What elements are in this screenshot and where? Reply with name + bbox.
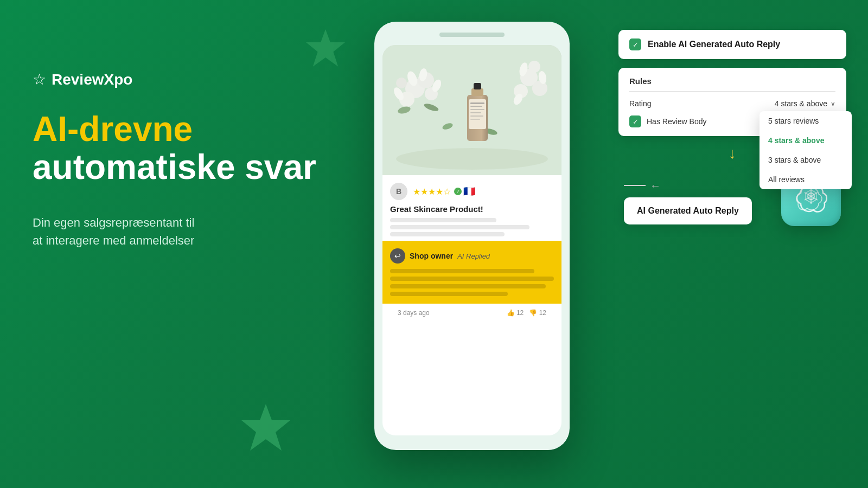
ai-reply-card: AI Generated Auto Reply xyxy=(624,197,752,224)
subtext: Din egen salgsrepræsentant til at intera… xyxy=(33,214,316,249)
svg-point-16 xyxy=(532,81,547,96)
svg-point-3 xyxy=(396,148,548,170)
reviewer-row: B ★★★★☆ ✓ 🇫🇷 xyxy=(390,183,554,200)
star-top-decorative xyxy=(304,27,347,70)
enable-label: Enable AI Generated Auto Reply xyxy=(648,40,780,49)
review-time: 3 days ago xyxy=(398,309,430,317)
rating-dropdown[interactable]: 4 stars & above ∨ xyxy=(775,99,835,108)
arrow-left-icon: ← xyxy=(650,179,661,192)
phone-notch xyxy=(439,33,505,37)
ai-reply-box: ↩ Shop owner AI Replied xyxy=(382,241,561,304)
brand: ☆ ReviewXpo xyxy=(33,70,316,88)
arrow-line xyxy=(624,185,646,186)
reply-lines xyxy=(390,269,554,296)
review-title: Great Skincare Product! xyxy=(390,204,554,214)
svg-rect-30 xyxy=(470,106,482,107)
star-bottom-decorative xyxy=(239,401,293,455)
svg-rect-32 xyxy=(470,112,481,113)
review-section: B ★★★★☆ ✓ 🇫🇷 Great Skincare Product! xyxy=(382,175,561,322)
svg-marker-1 xyxy=(241,404,290,451)
review-line-2 xyxy=(390,225,529,229)
reply-line-4 xyxy=(390,292,508,296)
check-circle-icon: ✓ xyxy=(454,188,462,195)
reviewer-avatar: B xyxy=(390,183,407,200)
chevron-down-icon: ∨ xyxy=(831,100,835,107)
left-panel: ☆ ReviewXpo AI-drevne automatiske svar D… xyxy=(33,70,316,249)
rules-title: Rules xyxy=(629,76,835,92)
svg-rect-27 xyxy=(474,83,481,89)
dislike-count: 👎 12 xyxy=(529,309,546,317)
dropdown-item-3stars[interactable]: 3 stars & above xyxy=(760,150,852,170)
has-review-body-checkbox[interactable]: ✓ xyxy=(629,115,641,127)
svg-rect-33 xyxy=(470,115,483,117)
dropdown-item-5stars[interactable]: 5 stars reviews xyxy=(760,111,852,131)
subtext-line2: at interagere med anmeldelser xyxy=(33,232,316,249)
rating-value: 4 stars & above xyxy=(775,99,827,108)
brand-icon: ☆ xyxy=(33,70,46,88)
dropdown-item-4stars[interactable]: 4 stars & above xyxy=(760,131,852,150)
ai-reply-card-label: AI Generated Auto Reply xyxy=(637,206,739,215)
reply-avatar: ↩ xyxy=(390,248,405,264)
ai-reply-card-container: ← AI Generated Auto Reply xyxy=(624,179,781,224)
has-review-body-label: Has Review Body xyxy=(647,117,707,126)
flowers-svg xyxy=(382,45,561,175)
ai-replied-badge: AI Replied xyxy=(457,252,490,260)
stars-row: ★★★★☆ ✓ 🇫🇷 xyxy=(413,185,475,197)
rating-label: Rating xyxy=(629,99,651,108)
headline-line2: automatiske svar xyxy=(33,148,316,186)
enable-card[interactable]: ✓ Enable AI Generated Auto Reply xyxy=(618,30,846,59)
svg-point-18 xyxy=(528,61,540,73)
like-count: 👍 12 xyxy=(507,309,524,317)
rating-dropdown-popup: 5 stars reviews 4 stars & above 3 stars … xyxy=(760,111,852,189)
review-line-3 xyxy=(390,232,505,236)
svg-rect-29 xyxy=(470,102,484,104)
rating-row: Rating 4 stars & above ∨ xyxy=(629,99,835,108)
phone-mockup: B ★★★★☆ ✓ 🇫🇷 Great Skincare Product! xyxy=(374,22,570,450)
svg-point-38 xyxy=(808,193,814,200)
dropdown-item-all[interactable]: All reviews xyxy=(760,170,852,189)
reply-line-2 xyxy=(390,277,554,281)
review-lines xyxy=(390,218,554,236)
brand-name: ReviewXpo xyxy=(52,71,132,88)
arrow-left-indicator: ← xyxy=(624,179,770,192)
review-footer: 3 days ago 👍 12 👎 12 xyxy=(390,304,554,322)
svg-rect-26 xyxy=(471,88,483,96)
reply-line-1 xyxy=(390,269,534,273)
review-line-1 xyxy=(390,218,496,222)
svg-marker-0 xyxy=(306,29,345,67)
reply-header: ↩ Shop owner AI Replied xyxy=(390,248,554,264)
product-area-inner xyxy=(382,45,561,175)
reply-line-3 xyxy=(390,284,546,288)
headline-line1: AI-drevne xyxy=(33,110,316,148)
svg-rect-31 xyxy=(470,109,484,110)
product-image-area xyxy=(382,45,561,175)
subtext-line1: Din egen salgsrepræsentant til xyxy=(33,214,316,232)
rules-card: Rules Rating 4 stars & above ∨ ✓ Has Rev… xyxy=(618,68,846,136)
enable-checkbox[interactable]: ✓ xyxy=(629,38,641,50)
svg-rect-34 xyxy=(470,119,480,120)
verified-flag: ✓ 🇫🇷 xyxy=(454,185,475,197)
headline: AI-drevne automatiske svar xyxy=(33,110,316,187)
like-dislike: 👍 12 👎 12 xyxy=(507,309,546,317)
phone-container: B ★★★★☆ ✓ 🇫🇷 Great Skincare Product! xyxy=(374,22,580,466)
svg-point-8 xyxy=(396,78,407,88)
right-panel: ✓ Enable AI Generated Auto Reply Rules R… xyxy=(618,30,846,237)
stars: ★★★★☆ xyxy=(413,187,451,197)
reply-owner-label: Shop owner xyxy=(410,252,453,260)
phone-inner: B ★★★★☆ ✓ 🇫🇷 Great Skincare Product! xyxy=(382,45,561,435)
